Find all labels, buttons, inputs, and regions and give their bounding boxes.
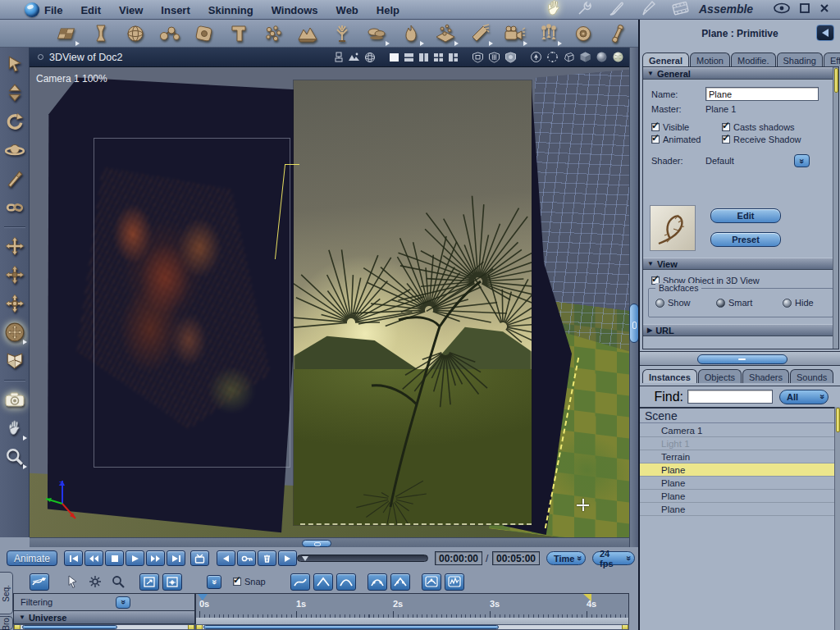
tab-effects[interactable]: Effects	[824, 52, 840, 66]
bone-tool[interactable]	[605, 22, 630, 45]
back-arrow-button[interactable]	[816, 25, 834, 41]
tweener-ease-button[interactable]	[368, 573, 387, 591]
backfaces-hide-radio[interactable]: Hide	[783, 298, 814, 308]
preset-button[interactable]: Preset	[710, 232, 781, 247]
next-key-button[interactable]	[278, 550, 297, 566]
backfaces-hide-radio-ball[interactable]	[783, 299, 792, 308]
frame-rate-dropdown[interactable]: 24 fps»	[592, 551, 635, 565]
scene-root-row[interactable]: Scene	[640, 407, 835, 423]
infinite-plane-tool[interactable]	[54, 22, 79, 45]
viewport-collapse-icon[interactable]	[38, 54, 43, 60]
terrain-tool[interactable]	[295, 22, 320, 45]
ruler-hscroll-left-cap[interactable]	[196, 625, 203, 629]
menu-insert[interactable]: Insert	[161, 4, 189, 16]
current-time-field[interactable]: 00:00:00	[435, 551, 482, 565]
tab-general[interactable]: General	[642, 52, 689, 66]
seq-options-gear[interactable]	[85, 573, 105, 591]
camera-tool[interactable]	[502, 22, 527, 45]
tweener-linear-button[interactable]	[313, 573, 333, 591]
menu-view[interactable]: View	[119, 4, 143, 16]
name-input[interactable]	[705, 87, 819, 101]
tracks-hscroll-thumb[interactable]	[22, 625, 117, 629]
hscroll-right-cap[interactable]	[188, 625, 194, 629]
layout-three-icon[interactable]	[448, 52, 459, 62]
tracks-hscrollbar[interactable]	[13, 624, 195, 630]
snap-checkbox[interactable]: Snap	[233, 577, 266, 587]
plant-tool[interactable]	[330, 22, 354, 45]
animate-toggle-button[interactable]: Animate	[7, 550, 57, 566]
animated-checkbox-box[interactable]	[651, 135, 660, 144]
particle-emitter-tool[interactable]	[433, 22, 458, 45]
menu-skinning[interactable]: Skinning	[208, 4, 253, 16]
scene-item-light1[interactable]: Light 1	[640, 437, 835, 450]
go-end-button[interactable]	[167, 550, 185, 566]
viewport-panel-splitter[interactable]	[629, 48, 638, 547]
receive-shadow-checkbox[interactable]: Receive Shadow	[722, 135, 801, 144]
tab-modifiers[interactable]: Modifie.	[731, 52, 776, 66]
eye-icon[interactable]	[773, 2, 791, 17]
tab-objects[interactable]: Objects	[698, 369, 742, 383]
snap-checkbox-box[interactable]	[233, 578, 241, 586]
casts-shadows-checkbox-box[interactable]	[722, 123, 730, 131]
tweener-ease-linear-button[interactable]	[390, 573, 410, 591]
edit-pen-icon[interactable]	[638, 0, 658, 21]
text-tool[interactable]	[226, 22, 251, 45]
properties-scrollbar-thumb[interactable]	[834, 68, 838, 93]
shield-flat-icon[interactable]	[504, 52, 517, 63]
render-camera-tool[interactable]	[3, 388, 26, 411]
paint-brush-icon[interactable]	[607, 0, 627, 21]
spot-light-tool[interactable]	[468, 22, 492, 45]
menu-help[interactable]: Help	[377, 4, 399, 16]
section-url-header[interactable]: ▶ URL	[643, 324, 838, 336]
zoom-magnifier-tool[interactable]	[3, 445, 26, 468]
camera-orbit-icon[interactable]	[530, 51, 542, 63]
rain-tool[interactable]	[536, 22, 561, 45]
menu-file[interactable]: File	[44, 4, 62, 16]
browser-scrollbar[interactable]	[834, 407, 840, 630]
translate-cross-tool[interactable]	[3, 263, 26, 286]
visible-checkbox[interactable]: Visible	[651, 122, 722, 132]
sphere-tool[interactable]	[123, 22, 148, 45]
time-scrubber-thumb[interactable]	[302, 556, 308, 561]
visible-checkbox-box[interactable]	[651, 123, 660, 131]
flat-cube-icon[interactable]	[579, 51, 591, 63]
layout-two-v-icon[interactable]	[418, 52, 429, 62]
shader-preview-thumbnail[interactable]	[650, 205, 696, 251]
tab-motion[interactable]: Motion	[690, 52, 730, 66]
time-mode-dropdown[interactable]: Time»	[546, 551, 586, 565]
sequencer-side-tab[interactable]: Seq.	[0, 572, 13, 614]
pan-hand-tool[interactable]	[3, 417, 26, 440]
loop-button[interactable]	[190, 550, 209, 566]
tab-sounds[interactable]: Sounds	[790, 369, 833, 383]
stop-button[interactable]	[105, 550, 124, 566]
filtering-dropdown-button[interactable]: »	[116, 596, 130, 609]
trackball-tool[interactable]	[3, 321, 26, 344]
step-forward-button[interactable]	[146, 550, 165, 566]
scene-item-plane2[interactable]: Plane	[640, 477, 835, 490]
universe-track-row[interactable]: ▼ Universe	[13, 611, 195, 624]
backfaces-show-radio[interactable]: Show	[655, 298, 691, 308]
scene-item-terrain[interactable]: Terrain	[640, 450, 835, 463]
step-back-button[interactable]	[84, 550, 103, 566]
prev-key-button[interactable]	[217, 550, 235, 566]
slide-timeline-button[interactable]	[162, 573, 182, 591]
tweener-noise-button[interactable]	[445, 573, 464, 591]
browser-scrollbar-thumb[interactable]	[836, 408, 840, 432]
tweener-oscillate-button[interactable]	[422, 573, 441, 591]
menu-windows[interactable]: Windows	[272, 4, 318, 16]
translate-flat-tool[interactable]	[3, 235, 26, 258]
shield-bbox-icon[interactable]	[472, 52, 484, 63]
time-ruler[interactable]: 0s 1s 2s 3s 4s	[195, 593, 629, 624]
go-start-button[interactable]	[64, 550, 83, 566]
panel-splitter[interactable]	[640, 351, 840, 366]
backfaces-show-radio-ball[interactable]	[655, 299, 664, 308]
fire-tool[interactable]	[399, 22, 423, 45]
tweener-smooth-button[interactable]	[336, 573, 356, 591]
tweener-bezier-button[interactable]	[290, 573, 310, 591]
rotate-tool[interactable]	[3, 110, 26, 133]
layout-single-icon[interactable]	[389, 52, 399, 62]
seq-zoom-magnifier[interactable]	[108, 573, 128, 591]
seq-select-arrow[interactable]	[62, 573, 82, 591]
section-general-header[interactable]: ▼ General	[643, 67, 838, 80]
properties-scrollbar[interactable]	[833, 67, 838, 349]
